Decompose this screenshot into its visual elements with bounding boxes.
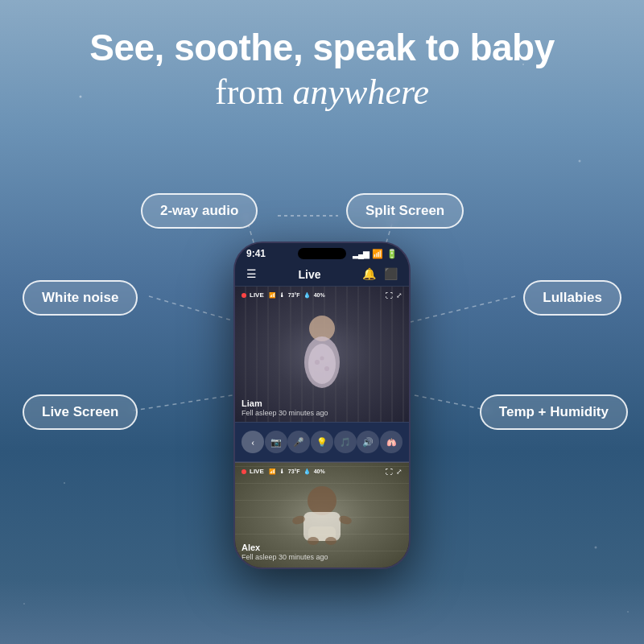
pill-2way-audio: 2-way audio — [141, 193, 258, 229]
pill-white-noise: White noise — [23, 280, 138, 316]
svg-point-26 — [325, 537, 336, 545]
feed-info-alex: LIVE 📶 🌡 73°F 💧 40% ⛶ ⤢ — [242, 468, 402, 476]
dynamic-island — [298, 248, 346, 259]
camera-feed-liam: LIVE 📶 🌡 73°F 💧 40% ⛶ ⤢ — [235, 287, 409, 568]
baby-illustration-liam — [290, 314, 354, 394]
bell-icon[interactable]: 🔔 — [362, 267, 376, 281]
controls-bar: ‹ 📷 🎤 💡 🎵 🔊 🫁 — [235, 422, 409, 462]
feed-label-liam: Liam Fell asleep 30 minutes ago — [242, 398, 328, 417]
back-button[interactable]: ‹ — [242, 431, 264, 453]
pill-split-screen: Split Screen — [346, 193, 464, 229]
hero-headline: See, soothe, speak to baby from anywhere — [0, 0, 644, 130]
headline-from: from — [215, 72, 293, 112]
expand-icon-liam[interactable]: ⛶ — [386, 291, 393, 299]
breath-button[interactable]: 🫁 — [380, 431, 402, 453]
wifi-indicator-liam: 📶 — [269, 292, 276, 299]
nav-icons: 🔔 ⬛ — [362, 267, 398, 281]
status-time: 9:41 — [246, 248, 266, 259]
feed-info-liam: LIVE 📶 🌡 73°F 💧 40% ⛶ ⤢ — [242, 291, 402, 299]
pill-live-screen: Live Screen — [23, 394, 138, 430]
svg-point-20 — [308, 486, 336, 515]
pill-temp-humidity: Temp + Humidity — [480, 394, 628, 430]
live-label-liam: LIVE — [250, 291, 264, 299]
phone-mockup: 9:41 ▂▄▆ 📶 🔋 ☰ Live 🔔 ⬛ — [233, 242, 411, 569]
svg-point-16 — [308, 344, 336, 384]
feed-top-liam: LIVE 📶 🌡 73°F 💧 40% ⛶ ⤢ — [235, 287, 409, 422]
live-badge-liam: LIVE 📶 🌡 73°F 💧 40% — [242, 291, 325, 299]
headline-line1: See, soothe, speak to baby — [48, 26, 596, 70]
svg-point-18 — [324, 366, 329, 371]
pill-lullabies: Lullabies — [523, 280, 621, 316]
status-bar: 9:41 ▂▄▆ 📶 🔋 — [235, 243, 409, 262]
phone-body: 9:41 ▂▄▆ 📶 🔋 ☰ Live 🔔 ⬛ — [233, 242, 411, 569]
signal-icon: ▂▄▆ — [353, 250, 369, 258]
wifi-icon: 📶 — [372, 249, 383, 259]
expand-icon-alex[interactable]: ⛶ — [386, 468, 393, 476]
nav-title: Live — [298, 268, 320, 281]
headline-anywhere: anywhere — [293, 72, 429, 112]
headline-line2: from anywhere — [48, 72, 596, 114]
baby-name-liam: Liam — [242, 398, 328, 408]
camera-button[interactable]: 📷 — [265, 431, 287, 453]
fullscreen-icon-alex[interactable]: ⤢ — [396, 468, 402, 476]
svg-point-19 — [320, 357, 324, 361]
mic-button[interactable]: 🎤 — [287, 431, 310, 453]
live-dot-alex — [242, 469, 246, 474]
feed-expand-liam[interactable]: ⛶ ⤢ — [386, 291, 402, 299]
light-button[interactable]: 💡 — [311, 431, 333, 453]
camera-feed-alex: LIVE 📶 🌡 73°F 💧 40% ⛶ ⤢ Alex Fell — [235, 463, 409, 568]
fullscreen-icon-liam[interactable]: ⤢ — [396, 291, 402, 299]
baby-status-liam: Fell asleep 30 minutes ago — [242, 409, 328, 417]
live-dot-liam — [242, 293, 246, 298]
nav-bar: ☰ Live 🔔 ⬛ — [235, 262, 409, 287]
music-button[interactable]: 🎵 — [334, 431, 357, 453]
battery-icon: 🔋 — [386, 249, 398, 259]
baby-status-alex: Fell asleep 30 minutes ago — [242, 553, 328, 561]
svg-point-25 — [308, 537, 319, 545]
drop-icon-liam: 💧 — [303, 292, 311, 299]
feed-expand-alex[interactable]: ⛶ ⤢ — [386, 468, 402, 476]
live-label-alex: LIVE — [250, 468, 264, 475]
baby-illustration-alex — [286, 483, 358, 547]
temp-liam: 🌡 — [279, 292, 285, 298]
status-icons: ▂▄▆ 📶 🔋 — [353, 249, 398, 259]
hamburger-icon[interactable]: ☰ — [246, 267, 257, 281]
live-badge-alex: LIVE 📶 🌡 73°F 💧 40% — [242, 468, 325, 475]
svg-point-17 — [315, 360, 320, 365]
speaker-button[interactable]: 🔊 — [357, 431, 379, 453]
stop-icon[interactable]: ⬛ — [384, 267, 398, 281]
